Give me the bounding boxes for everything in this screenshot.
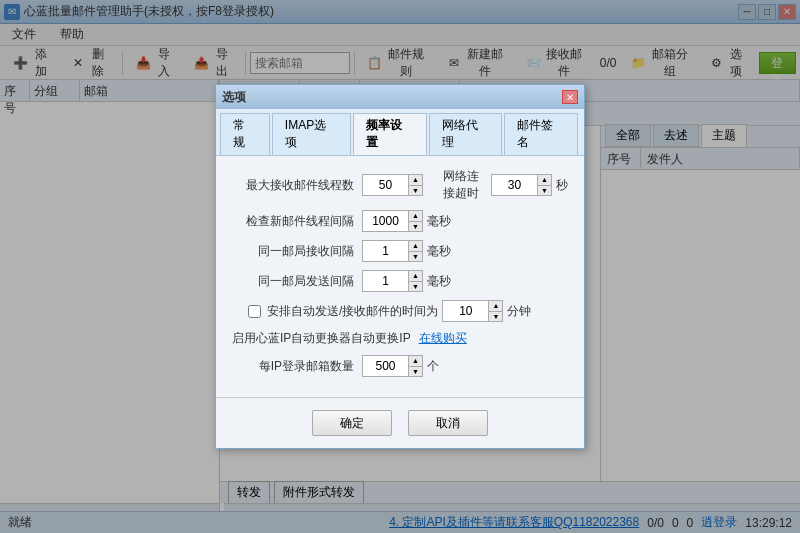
ip-login-spinbtns: ▲ ▼ (408, 356, 422, 376)
modal-body: 最大接收邮件线程数 ▲ ▼ 网络连接超时 ▲ ▼ 秒 (216, 156, 584, 397)
check-interval-unit: 毫秒 (427, 213, 451, 230)
check-interval-row: 检查新邮件线程间隔 ▲ ▼ 毫秒 (232, 210, 568, 232)
max-threads-input[interactable] (363, 175, 408, 195)
modal-tab-imap[interactable]: IMAP选项 (272, 113, 351, 155)
options-dialog: 选项 ✕ 常规 IMAP选项 频率设置 网络代理 邮件签名 最大接收邮件线程数 … (215, 84, 585, 449)
ip-login-down[interactable]: ▼ (409, 367, 422, 377)
same-domain-receive-input[interactable] (363, 241, 408, 261)
network-timeout-spinbtns: ▲ ▼ (537, 175, 551, 195)
ip-login-input[interactable] (363, 356, 408, 376)
max-threads-spinner: ▲ ▼ (362, 174, 423, 196)
auto-schedule-unit: 分钟 (507, 303, 531, 320)
same-domain-receive-up[interactable]: ▲ (409, 241, 422, 252)
ip-login-up[interactable]: ▲ (409, 356, 422, 367)
same-domain-send-up[interactable]: ▲ (409, 271, 422, 282)
confirm-button[interactable]: 确定 (312, 410, 392, 436)
max-threads-spinbtns: ▲ ▼ (408, 175, 422, 195)
modal-tabs: 常规 IMAP选项 频率设置 网络代理 邮件签名 (216, 109, 584, 156)
network-timeout-spinner: ▲ ▼ (491, 174, 552, 196)
modal-footer: 确定 取消 (216, 397, 584, 448)
network-timeout-down[interactable]: ▼ (538, 186, 551, 196)
ip-login-row: 每IP登录邮箱数量 ▲ ▼ 个 (232, 355, 568, 377)
same-domain-receive-spinner: ▲ ▼ (362, 240, 423, 262)
check-interval-input[interactable] (363, 211, 408, 231)
same-domain-send-row: 同一邮局发送间隔 ▲ ▼ 毫秒 (232, 270, 568, 292)
same-domain-send-spinbtns: ▲ ▼ (408, 271, 422, 291)
network-timeout-label: 网络连接超时 (443, 168, 487, 202)
max-threads-label: 最大接收邮件线程数 (232, 177, 362, 194)
modal-tab-general[interactable]: 常规 (220, 113, 270, 155)
modal-title: 选项 (222, 89, 246, 106)
same-domain-receive-unit: 毫秒 (427, 243, 451, 260)
ip-login-label: 每IP登录邮箱数量 (232, 358, 362, 375)
max-threads-down[interactable]: ▼ (409, 186, 422, 196)
network-timeout-input[interactable] (492, 175, 537, 195)
network-timeout-up[interactable]: ▲ (538, 175, 551, 186)
ip-change-row: 启用心蓝IP自动更换器自动更换IP 在线购买 (232, 330, 568, 347)
check-interval-down[interactable]: ▼ (409, 222, 422, 232)
same-domain-send-label: 同一邮局发送间隔 (232, 273, 362, 290)
max-threads-row: 最大接收邮件线程数 ▲ ▼ 网络连接超时 ▲ ▼ 秒 (232, 168, 568, 202)
auto-schedule-row: 安排自动发送/接收邮件的时间为 ▲ ▼ 分钟 (232, 300, 568, 322)
check-interval-spinbtns: ▲ ▼ (408, 211, 422, 231)
max-threads-up[interactable]: ▲ (409, 175, 422, 186)
auto-schedule-up[interactable]: ▲ (489, 301, 502, 312)
modal-close-button[interactable]: ✕ (562, 90, 578, 104)
auto-schedule-spinbtns: ▲ ▼ (488, 301, 502, 321)
check-interval-up[interactable]: ▲ (409, 211, 422, 222)
auto-schedule-label: 安排自动发送/接收邮件的时间为 (267, 303, 438, 320)
ip-change-label: 启用心蓝IP自动更换器自动更换IP (232, 330, 419, 347)
same-domain-receive-down[interactable]: ▼ (409, 252, 422, 262)
modal-tab-frequency[interactable]: 频率设置 (353, 113, 427, 155)
check-interval-label: 检查新邮件线程间隔 (232, 213, 362, 230)
ip-login-spinner: ▲ ▼ (362, 355, 423, 377)
same-domain-send-input[interactable] (363, 271, 408, 291)
modal-overlay: 选项 ✕ 常规 IMAP选项 频率设置 网络代理 邮件签名 最大接收邮件线程数 … (0, 0, 800, 533)
auto-schedule-input[interactable] (443, 301, 488, 321)
modal-tab-network[interactable]: 网络代理 (429, 113, 503, 155)
same-domain-send-down[interactable]: ▼ (409, 282, 422, 292)
same-domain-receive-label: 同一邮局接收间隔 (232, 243, 362, 260)
same-domain-receive-row: 同一邮局接收间隔 ▲ ▼ 毫秒 (232, 240, 568, 262)
cancel-button[interactable]: 取消 (408, 410, 488, 436)
network-timeout-unit: 秒 (556, 177, 568, 194)
modal-tab-signature[interactable]: 邮件签名 (504, 113, 578, 155)
modal-title-bar: 选项 ✕ (216, 85, 584, 109)
ip-login-unit: 个 (427, 358, 439, 375)
same-domain-send-unit: 毫秒 (427, 273, 451, 290)
same-domain-send-spinner: ▲ ▼ (362, 270, 423, 292)
auto-schedule-spinner: ▲ ▼ (442, 300, 503, 322)
ip-change-link[interactable]: 在线购买 (419, 330, 467, 347)
auto-schedule-down[interactable]: ▼ (489, 312, 502, 322)
same-domain-receive-spinbtns: ▲ ▼ (408, 241, 422, 261)
check-interval-spinner: ▲ ▼ (362, 210, 423, 232)
auto-schedule-checkbox[interactable] (248, 305, 261, 318)
